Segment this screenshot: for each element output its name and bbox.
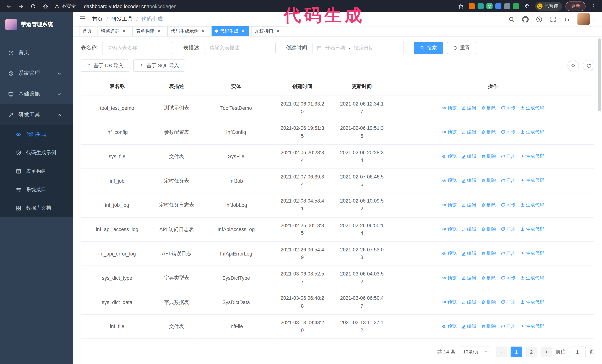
close-icon[interactable] xyxy=(121,29,127,34)
sync-link[interactable]: 同步 xyxy=(501,202,516,208)
help-icon[interactable] xyxy=(536,16,542,22)
import-db-button[interactable]: 基于 DB 导入 xyxy=(81,60,129,72)
tag-item[interactable]: 系统接口 xyxy=(252,26,284,36)
sidebar-item[interactable]: 表单构建 xyxy=(0,162,73,180)
next-page-button[interactable] xyxy=(540,347,552,357)
edit-link[interactable]: 编辑 xyxy=(461,129,476,135)
page-button[interactable]: 1 xyxy=(511,347,522,357)
delete-link[interactable]: 删除 xyxy=(481,202,496,208)
sync-link[interactable]: 同步 xyxy=(501,104,516,111)
close-icon[interactable] xyxy=(156,29,162,34)
breadcrumb-home[interactable]: 首页 xyxy=(92,16,103,23)
sync-link[interactable]: 同步 xyxy=(501,177,516,184)
edit-link[interactable]: 编辑 xyxy=(461,250,476,257)
preview-link[interactable]: 预览 xyxy=(442,177,457,184)
reload-icon[interactable] xyxy=(28,1,38,11)
preview-link[interactable]: 预览 xyxy=(442,299,457,305)
forward-icon[interactable] xyxy=(16,1,25,11)
page-size-select[interactable]: 10条/页 xyxy=(459,347,492,357)
preview-link[interactable]: 预览 xyxy=(442,250,457,257)
refresh-table-button[interactable] xyxy=(583,60,594,72)
update-button[interactable]: 更新 xyxy=(566,1,586,11)
import-sql-button[interactable]: 基于 SQL 导入 xyxy=(133,60,185,72)
delete-link[interactable]: 删除 xyxy=(481,299,496,305)
delete-link[interactable]: 删除 xyxy=(481,250,496,257)
sync-link[interactable]: 同步 xyxy=(501,323,516,330)
page-button[interactable]: 2 xyxy=(526,347,537,357)
sidebar-item[interactable]: 代码生成示例 xyxy=(0,144,73,162)
sidebar-item[interactable]: 数据库文档 xyxy=(0,199,73,217)
paused-badge[interactable]: 已暂停 xyxy=(535,2,562,10)
extension-icon[interactable] xyxy=(504,3,510,9)
extension-icon[interactable] xyxy=(513,3,519,9)
tag-item[interactable]: 代码生成示例 xyxy=(167,26,209,36)
edit-link[interactable]: 编辑 xyxy=(461,226,476,233)
generate-code-link[interactable]: 生成代码 xyxy=(520,177,544,184)
date-range-picker[interactable]: 开始日期 - 结束日期 xyxy=(312,42,404,54)
user-avatar[interactable] xyxy=(577,13,596,25)
sidebar-item[interactable]: 系统管理 xyxy=(0,63,73,84)
delete-link[interactable]: 删除 xyxy=(481,275,496,281)
sidebar-item[interactable]: 代码生成 xyxy=(0,125,73,144)
prev-page-button[interactable] xyxy=(496,347,507,357)
generate-code-link[interactable]: 生成代码 xyxy=(520,299,544,305)
delete-link[interactable]: 删除 xyxy=(481,177,496,184)
generate-code-link[interactable]: 生成代码 xyxy=(520,202,544,208)
extension-icon[interactable] xyxy=(495,3,501,9)
sync-link[interactable]: 同步 xyxy=(501,275,516,281)
extension-icon[interactable]: V xyxy=(486,3,493,9)
generate-code-link[interactable]: 生成代码 xyxy=(520,226,544,233)
preview-link[interactable]: 预览 xyxy=(442,202,457,208)
hamburger-icon[interactable] xyxy=(79,15,86,23)
menu-kebab-icon[interactable] xyxy=(589,1,598,11)
table-desc-input[interactable]: 请输入表描述 xyxy=(205,42,276,54)
bookmark-star-icon[interactable] xyxy=(456,1,465,11)
scrollbar-thumb[interactable] xyxy=(598,38,601,111)
sync-link[interactable]: 同步 xyxy=(501,250,516,257)
sidebar-item[interactable]: 首页 xyxy=(0,42,73,63)
delete-link[interactable]: 删除 xyxy=(481,226,496,233)
app-logo[interactable]: 芋道管理系统 xyxy=(0,12,73,37)
generate-code-link[interactable]: 生成代码 xyxy=(520,153,544,160)
delete-link[interactable]: 删除 xyxy=(481,153,496,160)
preview-link[interactable]: 预览 xyxy=(442,153,457,160)
sync-link[interactable]: 同步 xyxy=(501,153,516,160)
edit-link[interactable]: 编辑 xyxy=(461,177,476,184)
tag-item[interactable]: 表单构建 xyxy=(132,26,165,36)
breadcrumb-tools[interactable]: 研发工具 xyxy=(111,16,133,23)
edit-link[interactable]: 编辑 xyxy=(461,275,476,281)
address-bar[interactable]: dashboard.yudao.iocoder.cn/tool/codegen xyxy=(84,3,452,9)
goto-page-input[interactable]: 1 xyxy=(569,347,586,357)
sidebar-item[interactable]: 系统接口 xyxy=(0,180,73,199)
extension-icon[interactable] xyxy=(478,3,484,9)
preview-link[interactable]: 预览 xyxy=(442,275,457,281)
edit-link[interactable]: 编辑 xyxy=(461,153,476,160)
sync-link[interactable]: 同步 xyxy=(501,129,516,135)
sync-link[interactable]: 同步 xyxy=(501,299,516,305)
generate-code-link[interactable]: 生成代码 xyxy=(520,129,544,135)
delete-link[interactable]: 删除 xyxy=(481,104,496,111)
tag-item[interactable]: 链路追踪 xyxy=(97,26,130,36)
delete-link[interactable]: 删除 xyxy=(481,323,496,330)
tag-item[interactable]: 首页 xyxy=(79,26,95,36)
preview-link[interactable]: 预览 xyxy=(442,323,457,330)
home-icon[interactable] xyxy=(41,1,50,11)
extensions-puzzle-icon[interactable] xyxy=(523,1,532,11)
delete-link[interactable]: 删除 xyxy=(481,129,496,135)
font-size-icon[interactable]: TT xyxy=(564,16,570,22)
tag-item[interactable]: 代码生成 xyxy=(212,26,249,36)
fullscreen-icon[interactable] xyxy=(550,16,556,22)
close-icon[interactable] xyxy=(275,29,281,34)
close-icon[interactable] xyxy=(200,29,206,34)
generate-code-link[interactable]: 生成代码 xyxy=(520,104,544,111)
edit-link[interactable]: 编辑 xyxy=(461,299,476,305)
generate-code-link[interactable]: 生成代码 xyxy=(520,250,544,257)
preview-link[interactable]: 预览 xyxy=(442,129,457,135)
back-icon[interactable] xyxy=(4,1,13,11)
table-name-input[interactable]: 请输入表名称 xyxy=(102,42,173,54)
edit-link[interactable]: 编辑 xyxy=(461,323,476,330)
generate-code-link[interactable]: 生成代码 xyxy=(520,275,544,281)
security-chip[interactable]: 不安全 xyxy=(54,3,76,10)
sidebar-item[interactable]: 基础设施 xyxy=(0,84,73,104)
edit-link[interactable]: 编辑 xyxy=(461,202,476,208)
